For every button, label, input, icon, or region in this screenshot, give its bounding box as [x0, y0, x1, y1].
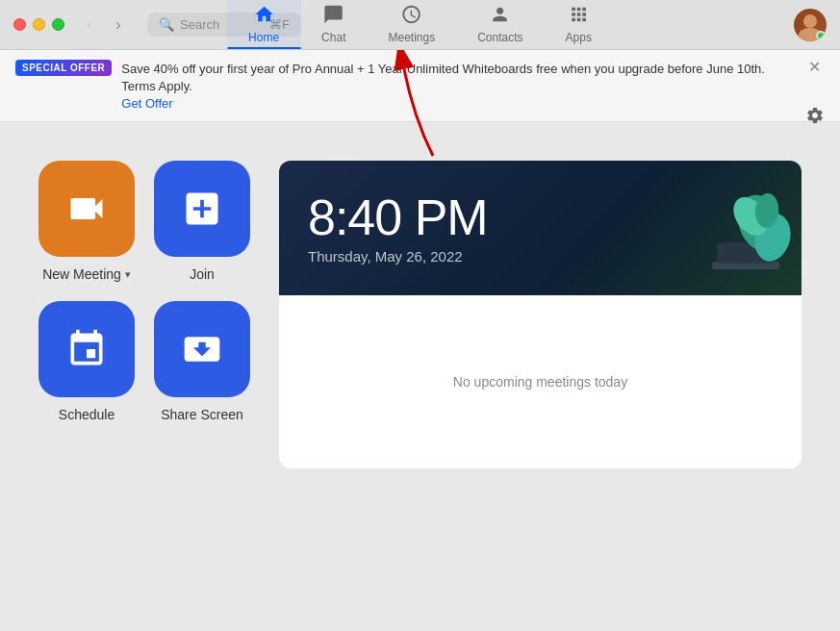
search-placeholder: Search — [180, 17, 219, 32]
nav-tabs: Home Chat Meetings Contacts Apps — [227, 0, 613, 49]
tab-home[interactable]: Home — [227, 0, 300, 49]
forward-button[interactable]: › — [105, 12, 132, 38]
plant-decoration — [698, 189, 794, 295]
meetings-card: No upcoming meetings today — [279, 295, 802, 468]
join-item: Join — [154, 161, 250, 282]
right-section: 8:40 PM Thursday, May 26, 2022 No upcomi… — [279, 141, 802, 468]
schedule-item: Schedule — [38, 301, 135, 422]
online-status-indicator — [816, 31, 826, 40]
new-meeting-item: New Meeting ▾ — [38, 161, 135, 282]
schedule-label: Schedule — [59, 407, 115, 422]
action-buttons-grid: New Meeting ▾ Join Schedule — [38, 141, 250, 422]
title-bar: ‹ › 🔍 Search ⌘F Home Chat Meetings — [0, 0, 840, 50]
tab-meetings[interactable]: Meetings — [367, 0, 456, 49]
chat-icon — [323, 4, 344, 28]
tab-contacts-label: Contacts — [477, 31, 522, 44]
tab-meetings-label: Meetings — [388, 31, 435, 44]
banner-close-button[interactable]: ✕ — [804, 60, 825, 75]
tab-chat-label: Chat — [321, 31, 345, 44]
settings-button[interactable] — [805, 106, 825, 130]
share-screen-item: Share Screen — [154, 301, 250, 422]
new-meeting-label: New Meeting ▾ — [42, 266, 131, 282]
tab-chat[interactable]: Chat — [300, 0, 367, 49]
share-screen-label: Share Screen — [161, 407, 243, 422]
share-screen-button[interactable] — [154, 301, 250, 397]
back-button[interactable]: ‹ — [76, 12, 103, 38]
join-label: Join — [190, 266, 215, 282]
home-icon — [253, 4, 274, 28]
svg-point-0 — [803, 14, 817, 28]
tab-contacts[interactable]: Contacts — [456, 0, 544, 49]
nav-arrows: ‹ › — [76, 12, 132, 38]
avatar[interactable] — [794, 9, 827, 41]
minimize-button[interactable] — [33, 18, 45, 31]
main-content: New Meeting ▾ Join Schedule — [0, 122, 840, 631]
new-meeting-button[interactable] — [38, 161, 135, 257]
tab-apps[interactable]: Apps — [545, 0, 613, 49]
clock-card: 8:40 PM Thursday, May 26, 2022 — [279, 161, 802, 295]
banner-text: Save 40% off your first year of Pro Annu… — [121, 62, 765, 93]
tab-apps-label: Apps — [566, 31, 592, 44]
fullscreen-button[interactable] — [52, 18, 64, 31]
meetings-icon — [401, 4, 422, 28]
close-button[interactable] — [13, 18, 26, 31]
special-offer-badge: SPECIAL OFFER — [15, 60, 112, 76]
apps-icon — [568, 4, 589, 28]
get-offer-link[interactable]: Get Offer — [121, 96, 172, 111]
no-meetings-text: No upcoming meetings today — [453, 374, 627, 390]
traffic-lights — [0, 18, 64, 31]
special-offer-banner: SPECIAL OFFER Save 40% off your first ye… — [0, 50, 840, 122]
contacts-icon — [490, 4, 511, 28]
schedule-button[interactable] — [38, 301, 135, 397]
tab-home-label: Home — [248, 31, 279, 44]
dropdown-arrow-icon: ▾ — [125, 268, 131, 281]
join-button[interactable] — [154, 161, 250, 257]
search-icon: 🔍 — [159, 17, 174, 32]
